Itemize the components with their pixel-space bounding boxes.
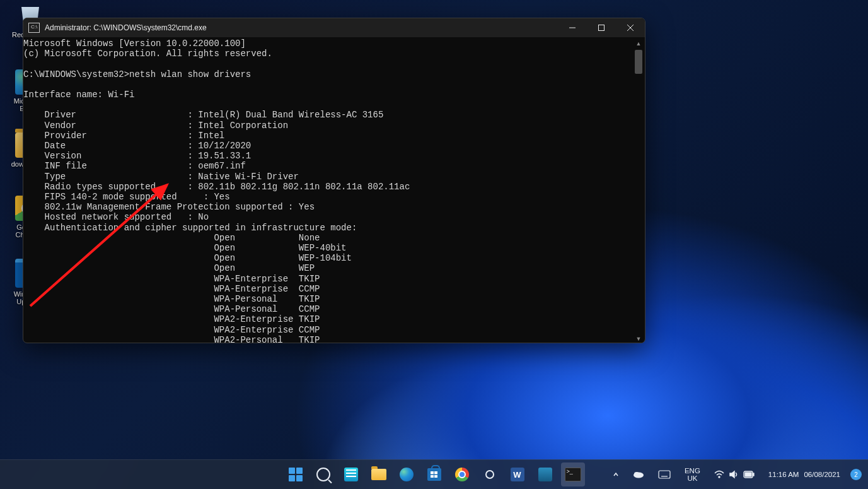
svg-point-7 xyxy=(634,472,639,476)
language-switcher[interactable]: ENG UK xyxy=(681,464,704,485)
word-button[interactable]: W xyxy=(506,462,529,486)
scroll-down-icon[interactable]: ▼ xyxy=(634,334,644,343)
cmd-taskbar-button[interactable]: >_ xyxy=(561,462,585,486)
lang-bottom: UK xyxy=(687,474,697,482)
steps-icon xyxy=(538,468,552,481)
tray-onedrive[interactable] xyxy=(629,468,648,481)
svg-rect-14 xyxy=(745,473,751,476)
close-button[interactable] xyxy=(616,18,645,37)
wifi-icon xyxy=(714,470,724,479)
search-button[interactable] xyxy=(311,462,335,486)
edge-button[interactable] xyxy=(395,462,419,486)
taskbar-center: W >_ xyxy=(284,462,585,486)
steps-recorder-button[interactable] xyxy=(533,462,557,486)
gear-icon xyxy=(483,468,497,481)
window-titlebar[interactable]: C:\ Administrator: C:\WINDOWS\system32\c… xyxy=(23,18,645,37)
notifications-button[interactable]: 2 xyxy=(850,469,862,480)
start-button[interactable] xyxy=(284,462,308,486)
terminal-body[interactable]: Microsoft Windows [Version 10.0.22000.10… xyxy=(23,37,645,343)
chrome-button[interactable] xyxy=(450,462,474,486)
time: 11:16 AM xyxy=(768,470,799,479)
date: 06/08/2021 xyxy=(804,470,840,479)
file-explorer-button[interactable] xyxy=(367,462,391,486)
clock[interactable]: 11:16 AM 06/08/2021 xyxy=(765,468,844,481)
system-tray[interactable] xyxy=(710,468,758,481)
chrome-icon xyxy=(455,468,469,481)
svg-rect-1 xyxy=(599,25,605,31)
svg-rect-13 xyxy=(753,473,754,476)
scroll-up-icon[interactable]: ▲ xyxy=(634,38,644,49)
edge-icon xyxy=(400,468,414,481)
settings-button[interactable] xyxy=(478,462,502,486)
tray-keyboard[interactable] xyxy=(654,468,674,481)
store-icon xyxy=(427,468,441,481)
store-button[interactable] xyxy=(422,462,446,486)
folder-icon xyxy=(371,469,386,480)
svg-point-10 xyxy=(719,476,720,478)
cmd-window[interactable]: C:\ Administrator: C:\WINDOWS\system32\c… xyxy=(23,18,645,343)
svg-marker-11 xyxy=(730,471,734,478)
lang-top: ENG xyxy=(685,467,700,474)
taskview-icon xyxy=(344,468,358,481)
scrollbar-thumb[interactable] xyxy=(635,50,642,74)
task-view-button[interactable] xyxy=(339,462,363,486)
volume-icon xyxy=(729,470,738,479)
minimize-button[interactable] xyxy=(558,18,587,37)
scrollbar[interactable]: ▲ ▼ xyxy=(634,38,644,343)
window-title: Administrator: C:\WINDOWS\system32\cmd.e… xyxy=(45,23,558,32)
battery-icon xyxy=(743,471,755,478)
taskbar[interactable]: W >_ ENG UK 11:16 AM 06/08/2021 2 xyxy=(0,459,868,489)
cmd-icon: C:\ xyxy=(28,23,40,33)
cmd-icon: >_ xyxy=(565,468,581,481)
search-icon xyxy=(316,468,330,481)
word-icon: W xyxy=(511,468,524,481)
tray-overflow[interactable] xyxy=(609,469,623,480)
maximize-button[interactable] xyxy=(587,18,616,37)
terminal-output[interactable]: Microsoft Windows [Version 10.0.22000.10… xyxy=(23,38,644,343)
svg-rect-8 xyxy=(659,471,670,478)
